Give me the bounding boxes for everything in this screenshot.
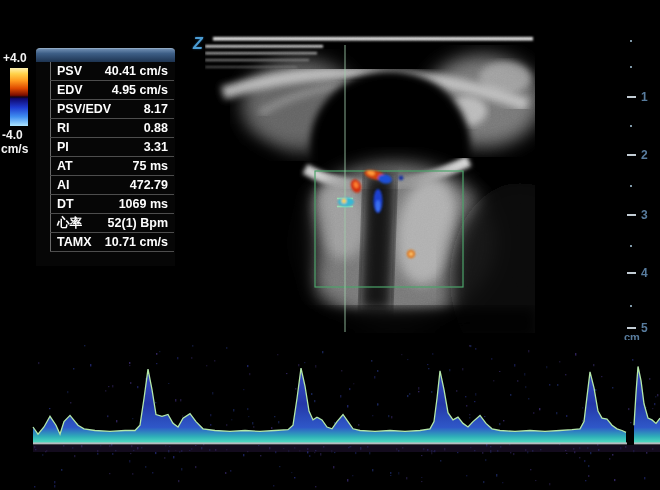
measurement-label: 心率 xyxy=(57,215,82,232)
measurement-label: PI xyxy=(57,140,69,154)
measurement-row-2: PSV/EDV8.17 xyxy=(50,100,174,119)
ruler-minor-tick xyxy=(630,40,632,42)
orientation-marker: Z xyxy=(193,35,203,53)
color-scale-min-label: -4.0 xyxy=(2,128,23,142)
color-scale-bar xyxy=(10,68,28,126)
measurement-label: EDV xyxy=(57,83,83,97)
spectral-baseline[interactable] xyxy=(33,442,627,444)
measurement-panel-header xyxy=(36,48,175,62)
measurement-value: 472.79 xyxy=(130,178,168,192)
ruler-minor-tick xyxy=(630,305,632,307)
ruler-major-tick xyxy=(627,214,636,216)
ruler-minor-tick xyxy=(630,66,632,68)
measurement-value: 1069 ms xyxy=(119,197,168,211)
measurement-row-1: EDV4.95 cm/s xyxy=(50,81,174,100)
measurement-value: 8.17 xyxy=(144,102,168,116)
ruler-depth-label: 4 xyxy=(641,267,648,279)
color-scale-unit-label: cm/s xyxy=(1,142,28,156)
measurement-label: PSV xyxy=(57,64,82,78)
measurement-value: 4.95 cm/s xyxy=(112,83,168,97)
ruler-minor-tick xyxy=(630,125,632,127)
measurement-row-3: RI0.88 xyxy=(50,119,174,138)
ruler-depth-label: 1 xyxy=(641,91,648,103)
ruler-depth-label: 3 xyxy=(641,209,648,221)
measurement-label: DT xyxy=(57,197,74,211)
measurement-row-9: TAMX10.71 cm/s xyxy=(50,233,174,252)
ruler-depth-label: 2 xyxy=(641,149,648,161)
measurement-row-6: AI472.79 xyxy=(50,176,174,195)
ruler-major-tick xyxy=(627,154,636,156)
measurement-row-5: AT75 ms xyxy=(50,157,174,176)
bmode-image xyxy=(205,33,535,333)
ultrasound-screen: +4.0 -4.0 cm/s PSV40.41 cm/sEDV4.95 cm/s… xyxy=(0,0,660,490)
measurement-row-4: PI3.31 xyxy=(50,138,174,157)
ruler-minor-tick xyxy=(630,245,632,247)
ruler-depth-label: 5 xyxy=(641,322,648,334)
spectral-baseline-right xyxy=(634,442,660,444)
measurement-row-8: 心率52(1) Bpm xyxy=(50,214,174,233)
measurement-value: 52(1) Bpm xyxy=(108,216,168,230)
ruler-major-tick xyxy=(627,327,636,329)
measurement-value: 10.71 cm/s xyxy=(105,235,168,249)
spectral-display xyxy=(0,340,660,490)
ruler-minor-tick xyxy=(630,185,632,187)
ruler-major-tick xyxy=(627,96,636,98)
spectral-subbaseline-noise xyxy=(33,445,660,452)
bmode-graphic xyxy=(205,33,535,333)
measurement-label: RI xyxy=(57,121,70,135)
measurement-value: 0.88 xyxy=(144,121,168,135)
measurement-row-0: PSV40.41 cm/s xyxy=(50,62,174,81)
measurement-value: 3.31 xyxy=(144,140,168,154)
ruler-major-tick xyxy=(627,272,636,274)
color-scale-max-label: +4.0 xyxy=(3,51,27,65)
measurement-label: PSV/EDV xyxy=(57,102,111,116)
measurement-label: AI xyxy=(57,178,70,192)
measurement-value: 40.41 cm/s xyxy=(105,64,168,78)
measurement-panel: PSV40.41 cm/sEDV4.95 cm/sPSV/EDV8.17RI0.… xyxy=(36,62,175,266)
measurement-label: AT xyxy=(57,159,73,173)
measurement-label: TAMX xyxy=(57,235,92,249)
measurement-value: 75 ms xyxy=(133,159,168,173)
measurement-row-7: DT1069 ms xyxy=(50,195,174,214)
